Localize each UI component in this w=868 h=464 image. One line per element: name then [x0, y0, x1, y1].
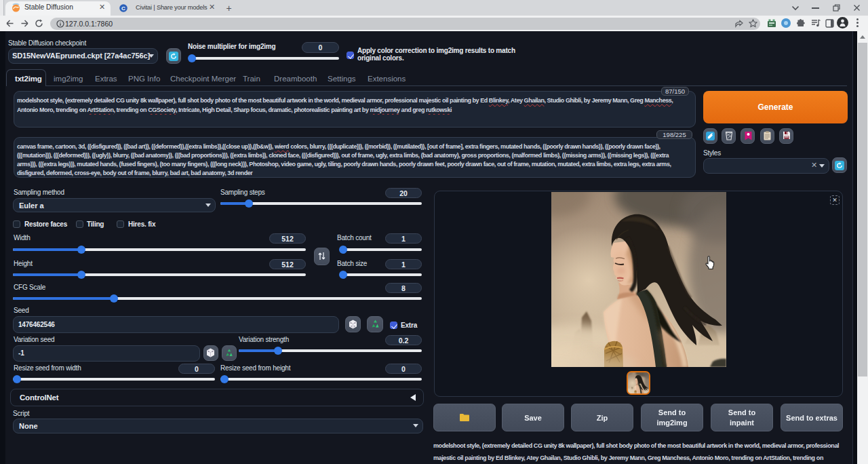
svg-text:C: C: [121, 5, 125, 12]
